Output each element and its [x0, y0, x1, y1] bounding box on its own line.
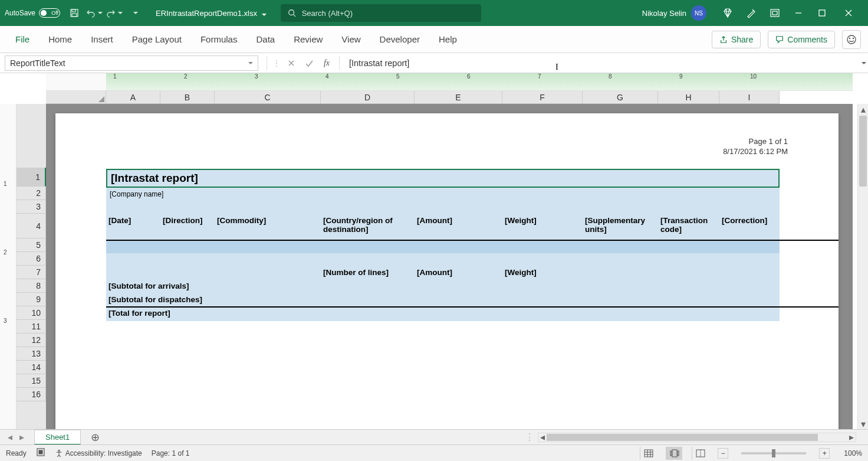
accept-formula-icon[interactable] [300, 55, 318, 71]
fx-icon[interactable]: fx [318, 58, 336, 68]
hdr-weight[interactable]: [Weight] [502, 215, 583, 240]
row-header-13[interactable]: 13 [17, 347, 46, 361]
row-header-15[interactable]: 15 [17, 374, 46, 388]
tab-help[interactable]: Help [430, 28, 465, 50]
zoom-value[interactable]: 100% [844, 449, 862, 457]
hdr-amount[interactable]: [Amount] [415, 215, 502, 240]
view-page-break-icon[interactable] [692, 447, 708, 460]
col-header-a[interactable]: A [106, 91, 160, 104]
autosave-toggle[interactable]: Off [39, 8, 60, 18]
company-cell[interactable]: [Company name] [106, 188, 780, 201]
row-header-2[interactable]: 2 [17, 187, 46, 200]
hdr-corr[interactable]: [Correction] [719, 215, 780, 240]
hdr-direction[interactable]: [Direction] [160, 215, 215, 240]
row-header-3[interactable]: 3 [17, 200, 46, 214]
row-header-6[interactable]: 6 [17, 252, 46, 266]
row-header-8[interactable]: 8 [17, 279, 46, 293]
zoom-in-icon[interactable]: + [819, 448, 830, 459]
share-button[interactable]: Share [712, 31, 761, 48]
row-header-4[interactable]: 4 [17, 214, 46, 238]
minimize-icon[interactable] [787, 4, 810, 22]
sub-weight[interactable]: [Weight] [502, 267, 583, 280]
select-all-corner[interactable] [46, 91, 106, 104]
zoom-thumb[interactable] [772, 449, 775, 457]
scroll-down-icon[interactable]: ▾ [858, 419, 868, 429]
view-page-layout-icon[interactable] [666, 447, 682, 460]
col-header-f[interactable]: F [502, 91, 583, 104]
row-header-9[interactable]: 9 [17, 293, 46, 306]
tab-developer[interactable]: Developer [371, 28, 428, 50]
tab-file[interactable]: File [7, 28, 38, 50]
hdr-country[interactable]: [Country/region of destination] [321, 215, 415, 240]
sub-amount[interactable]: [Amount] [415, 267, 502, 280]
tab-next-icon[interactable]: ▸ [17, 432, 27, 443]
cancel-formula-icon[interactable] [282, 55, 300, 71]
row-header-10[interactable]: 10 [17, 306, 46, 320]
name-box[interactable]: ReportTitleText [5, 55, 258, 71]
comments-button[interactable]: Comments [768, 31, 835, 48]
vertical-ruler[interactable]: 123 [0, 104, 17, 429]
row-header-16[interactable]: 16 [17, 388, 46, 401]
row-header-14[interactable]: 14 [17, 361, 46, 374]
tab-formulas[interactable]: Formulas [192, 28, 246, 50]
feedback-icon[interactable] [842, 30, 861, 49]
redo-icon[interactable] [105, 4, 124, 22]
report-title-cell[interactable]: [Intrastat report] [106, 169, 780, 188]
accessibility-status[interactable]: Accessibility: Investigate [55, 449, 142, 457]
hdr-commodity[interactable]: [Commodity] [215, 215, 321, 240]
hdr-trans[interactable]: [Transaction code] [658, 215, 719, 240]
hdr-date[interactable]: [Date] [106, 215, 160, 240]
sub-lines[interactable]: [Number of lines] [321, 267, 415, 280]
row-header-7[interactable]: 7 [17, 266, 46, 279]
col-header-d[interactable]: D [321, 91, 415, 104]
tab-home[interactable]: Home [40, 28, 80, 50]
scroll-left-icon[interactable]: ◂ [538, 433, 547, 442]
tab-data[interactable]: Data [248, 28, 283, 50]
add-sheet-icon[interactable]: ⊕ [88, 430, 102, 444]
sheet-canvas[interactable]: Page 1 of 1 8/17/2021 6:12 PM [Intrastat… [46, 104, 853, 429]
horizontal-ruler[interactable]: 12345678910 [46, 73, 853, 91]
hscroll-thumb[interactable] [547, 434, 818, 441]
row-header-11[interactable]: 11 [17, 320, 46, 334]
col-header-c[interactable]: C [215, 91, 321, 104]
view-normal-icon[interactable] [640, 447, 656, 460]
filename[interactable]: ERIntrastatReportDemo1.xlsx [156, 9, 267, 18]
hdr-supp[interactable]: [Supplementary units] [583, 215, 658, 240]
qat-customize-icon[interactable] [125, 4, 144, 22]
save-icon[interactable] [65, 4, 84, 22]
user-name[interactable]: Nikolay Selin [642, 9, 686, 18]
col-header-h[interactable]: H [658, 91, 719, 104]
subtotal-arrivals[interactable]: [Subtotal for arrivals] [106, 280, 780, 294]
formula-input[interactable]: [Intrastat report] I [343, 58, 857, 68]
vertical-scrollbar[interactable]: ▴ ▾ [857, 104, 868, 429]
tab-prev-icon[interactable]: ◂ [5, 432, 15, 443]
horizontal-scrollbar[interactable]: ◂ ▸ [538, 433, 856, 442]
col-header-e[interactable]: E [415, 91, 502, 104]
pen-icon[interactable] [739, 4, 763, 22]
autosave[interactable]: AutoSave Off [5, 8, 60, 18]
tab-page-layout[interactable]: Page Layout [124, 28, 190, 50]
subtotal-dispatches[interactable]: [Subtotal for dispatches] [106, 294, 780, 306]
row-header-1[interactable]: 1 [17, 168, 46, 187]
col-header-b[interactable]: B [160, 91, 215, 104]
vscroll-thumb[interactable] [859, 116, 867, 187]
col-header-i[interactable]: I [719, 91, 780, 104]
diamond-icon[interactable] [716, 4, 739, 22]
search-box[interactable]: Search (Alt+Q) [281, 4, 481, 22]
expand-formula-icon[interactable] [857, 62, 868, 64]
zoom-slider[interactable] [741, 452, 806, 455]
col-header-g[interactable]: G [583, 91, 658, 104]
sheet-tab-1[interactable]: Sheet1 [34, 430, 81, 445]
scroll-right-icon[interactable]: ▸ [847, 433, 856, 442]
tab-insert[interactable]: Insert [83, 28, 121, 50]
zoom-out-icon[interactable]: − [718, 448, 728, 459]
ribbon-mode-icon[interactable] [763, 4, 787, 22]
total-report[interactable]: [Total for report] [106, 308, 780, 321]
maximize-icon[interactable] [810, 4, 834, 22]
tab-review[interactable]: Review [285, 28, 331, 50]
undo-icon[interactable] [85, 4, 104, 22]
tab-view[interactable]: View [333, 28, 369, 50]
row-header-5[interactable]: 5 [17, 238, 46, 252]
close-icon[interactable] [834, 4, 863, 22]
avatar[interactable]: NS [691, 5, 706, 21]
